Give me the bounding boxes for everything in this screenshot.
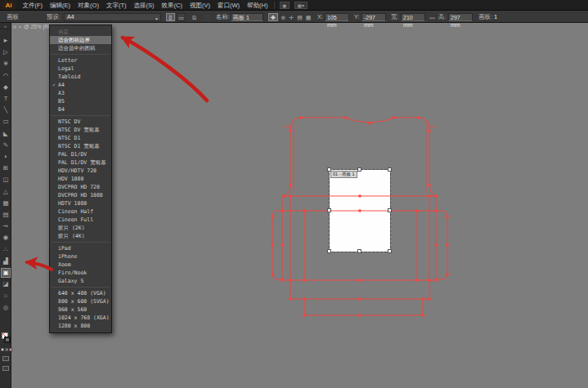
stroke-color-swatch[interactable] xyxy=(4,337,11,343)
show-center-mark-icon[interactable]: ⊕ xyxy=(280,13,287,21)
collapse-panel-icon[interactable]: » xyxy=(0,23,11,29)
delete-artboard-button[interactable]: ⬚ xyxy=(203,13,212,21)
lasso-tool[interactable]: ◠ xyxy=(1,71,11,81)
bridge-icon[interactable]: ▣ xyxy=(280,2,290,9)
slice-tool[interactable]: ◪ xyxy=(1,279,11,289)
preset-option[interactable]: 适合图稿边界 xyxy=(50,36,111,44)
preset-option[interactable]: Galaxy S xyxy=(50,277,111,285)
eyedropper-tool[interactable]: ⊸ xyxy=(1,221,11,231)
landscape-orientation-button[interactable]: ▭ xyxy=(177,13,186,21)
preset-option[interactable]: ✓A4 xyxy=(50,81,111,89)
menu-item[interactable]: 编辑(E) xyxy=(47,0,74,11)
preset-option[interactable]: PAL D1/DV 宽银幕 xyxy=(50,158,111,167)
preset-option[interactable]: DVCPRO HD 1080 xyxy=(50,191,111,199)
preset-option[interactable]: NTSC D1 宽银幕 xyxy=(50,142,111,150)
y-position-field[interactable]: -297 mm xyxy=(361,13,386,21)
selection-handle[interactable] xyxy=(327,249,331,253)
portrait-orientation-button[interactable]: ▯ xyxy=(166,13,175,21)
menu-item[interactable]: 视图(V) xyxy=(186,0,213,11)
gradient-button[interactable] xyxy=(5,348,8,351)
drawing-mode-icon[interactable] xyxy=(2,356,9,361)
link-dimensions-icon[interactable]: ⧟ xyxy=(429,13,436,21)
menu-item[interactable]: 选择(S) xyxy=(130,0,158,11)
preset-dropdown[interactable]: A4 ▼ xyxy=(64,13,161,21)
column-graph-tool[interactable]: ▟ xyxy=(1,256,11,266)
menu-item[interactable]: 文件(F) xyxy=(19,0,47,11)
selection-handle[interactable] xyxy=(357,249,361,253)
paintbrush-tool[interactable]: ◣ xyxy=(1,129,11,139)
preset-option[interactable]: HDTV 1080 xyxy=(50,199,111,207)
width-tool[interactable]: ◗ xyxy=(1,152,11,162)
selection-handle[interactable] xyxy=(388,208,392,212)
preset-option[interactable]: 960 x 560 xyxy=(50,305,111,314)
menu-item[interactable]: 窗口(W) xyxy=(213,0,243,11)
preset-option[interactable]: NTSC D1 xyxy=(50,134,111,142)
preset-option[interactable]: 自定 xyxy=(50,28,111,36)
free-transform-tool[interactable]: ⊞ xyxy=(1,163,11,173)
rectangle-tool[interactable]: ▭ xyxy=(1,117,11,127)
preset-option[interactable]: Cineon Half xyxy=(50,207,111,216)
artboard-options-icon[interactable]: ▤ xyxy=(296,13,303,21)
preset-option[interactable]: B5 xyxy=(50,97,111,105)
menu-item[interactable]: 文字(T) xyxy=(102,0,130,11)
preset-option[interactable]: 胶片 (4K) xyxy=(50,232,111,240)
line-segment-tool[interactable]: ╲ xyxy=(1,105,11,115)
mesh-tool[interactable]: ▦ xyxy=(1,198,11,208)
pen-tool[interactable]: ◆ xyxy=(1,83,11,92)
preset-option[interactable]: Xoom xyxy=(50,261,111,269)
selection-handle[interactable] xyxy=(357,167,361,172)
preset-option[interactable]: 1024 x 768 (XGA) xyxy=(50,314,111,322)
direct-selection-tool[interactable]: ▷ xyxy=(1,47,11,57)
type-tool[interactable]: T xyxy=(1,94,11,104)
preset-option[interactable]: B4 xyxy=(50,105,111,114)
none-button[interactable] xyxy=(9,348,12,351)
show-cross-hairs-icon[interactable]: ✛ xyxy=(288,13,295,21)
preset-option[interactable]: Fire/Nook xyxy=(50,269,111,277)
menu-item[interactable]: 效果(C) xyxy=(158,0,186,11)
magic-wand-tool[interactable]: ⋇ xyxy=(1,59,11,69)
preset-option[interactable]: 800 x 600 (SVGA) xyxy=(50,297,111,305)
preset-option[interactable]: DVCPRO HD 720 xyxy=(50,183,111,191)
preset-option[interactable]: 1280 x 800 xyxy=(50,322,111,330)
blend-tool[interactable]: ◉ xyxy=(1,233,11,243)
preset-option[interactable]: Tabloid xyxy=(50,73,111,81)
selection-handle[interactable] xyxy=(388,167,392,172)
preset-option[interactable]: 640 x 480 (VGA) xyxy=(50,289,111,297)
preset-option[interactable]: HDV/HDTV 720 xyxy=(50,167,111,175)
preset-option[interactable]: A3 xyxy=(50,89,111,97)
preset-option[interactable]: iPad xyxy=(50,244,111,252)
gradient-tool[interactable]: ▤ xyxy=(1,210,11,220)
selection-tool[interactable]: ► xyxy=(1,36,11,46)
preset-option[interactable]: NTSC DV 宽银幕 xyxy=(50,126,111,134)
preset-option[interactable]: Cineon Full xyxy=(50,216,111,224)
menu-item[interactable]: 帮助(H) xyxy=(244,0,272,11)
menu-item[interactable]: 对象(O) xyxy=(74,0,103,11)
x-position-field[interactable]: 105 mm xyxy=(325,13,349,21)
preset-option[interactable]: Letter xyxy=(50,56,111,65)
width-field[interactable]: 210 mm xyxy=(401,13,425,21)
new-artboard-button[interactable]: ⧉ xyxy=(190,13,199,21)
selection-handle[interactable] xyxy=(327,208,331,212)
screen-mode-icon[interactable] xyxy=(2,366,9,371)
selection-handle[interactable] xyxy=(388,249,392,253)
preset-option[interactable]: 适合选中的图稿 xyxy=(50,44,111,52)
preset-option[interactable]: PAL D1/DV xyxy=(50,150,111,158)
preset-option[interactable]: HDV 1080 xyxy=(50,175,111,183)
reference-point-locator[interactable]: ▦ xyxy=(304,13,312,21)
height-field[interactable]: 297 mm xyxy=(448,13,473,21)
preset-option[interactable]: 胶片 (2K) xyxy=(50,224,111,232)
artboard-tool[interactable]: ▣ xyxy=(1,268,11,278)
workspace-switcher-icon[interactable]: ▦▾ xyxy=(294,2,307,9)
preset-option[interactable]: Legal xyxy=(50,65,111,73)
color-button[interactable] xyxy=(1,348,4,351)
hand-tool[interactable]: ⌂ xyxy=(1,291,11,301)
perspective-grid-tool[interactable]: △ xyxy=(1,187,11,197)
pencil-tool[interactable]: ✎ xyxy=(1,140,11,150)
zoom-tool[interactable]: ◎ xyxy=(1,303,11,313)
preset-option[interactable]: NTSC DV xyxy=(50,118,111,126)
move-copy-artwork-toggle[interactable]: ✥ xyxy=(268,13,278,21)
artboard-name-input[interactable]: 画板 1 xyxy=(231,13,263,21)
symbol-sprayer-tool[interactable]: ∴ xyxy=(1,245,11,255)
preset-option[interactable]: iPhone xyxy=(50,252,111,261)
shape-builder-tool[interactable]: ◫ xyxy=(1,175,11,185)
